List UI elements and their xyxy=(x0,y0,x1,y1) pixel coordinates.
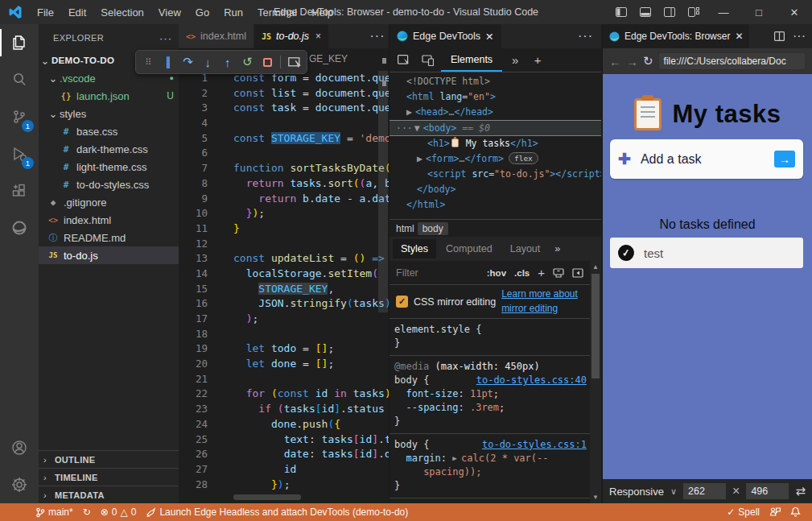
expand-arrow-icon[interactable]: ▼ xyxy=(414,121,423,136)
back-icon[interactable]: ← xyxy=(609,55,621,68)
run-debug-icon[interactable]: 1 xyxy=(0,135,39,172)
file-item-light-theme.css[interactable]: #light-theme.css xyxy=(39,158,179,176)
menu-selection[interactable]: Selection xyxy=(94,4,150,21)
scroll-up-icon[interactable]: ▲ xyxy=(590,263,601,271)
code-line[interactable]: 19 let todo = []; xyxy=(179,341,389,357)
split-editor-icon[interactable] xyxy=(774,31,785,41)
code-line[interactable]: 7function sortTasksByDate(t xyxy=(179,161,389,176)
search-icon[interactable] xyxy=(0,61,39,98)
code-line[interactable]: 15 STORAGE_KEY, xyxy=(179,282,389,297)
css-mirror-checkbox[interactable]: ✓ xyxy=(396,296,408,308)
source-control-icon[interactable]: 1 xyxy=(0,98,39,135)
viewport-width-input[interactable]: 262 xyxy=(683,483,726,499)
code-editor[interactable]: 1const form = document.que2const list = … xyxy=(179,71,389,492)
devtools-more-icon[interactable]: ··· xyxy=(578,29,601,43)
code-line[interactable]: 4 xyxy=(179,116,389,131)
url-bar[interactable]: file:///C:/Users/collabera/Doc xyxy=(658,52,806,70)
restart-icon[interactable]: ↺ xyxy=(238,52,257,72)
code-line[interactable]: 2const list = document.que xyxy=(179,86,389,101)
css-rule-block[interactable]: element.style {} xyxy=(390,319,590,356)
devtools-tab-close-icon[interactable]: ✕ xyxy=(485,31,493,43)
tab-index.html[interactable]: <>index.html xyxy=(179,24,254,48)
submit-task-button[interactable]: → xyxy=(774,151,795,167)
dom-node[interactable]: </body> xyxy=(390,182,601,197)
account-icon[interactable] xyxy=(0,429,39,466)
file-item-base.css[interactable]: #base.css xyxy=(39,122,179,140)
code-line[interactable]: 8 return tasks.sort((a, b xyxy=(179,176,389,192)
crumb-body[interactable]: body xyxy=(418,222,448,235)
toggle-hover-button[interactable]: :hov xyxy=(487,268,506,278)
dom-node[interactable]: ▶<form>…</form>flex xyxy=(390,151,601,167)
step-into-icon[interactable]: ↓ xyxy=(199,52,217,72)
code-line[interactable]: 18 xyxy=(179,327,389,342)
flex-badge[interactable]: flex xyxy=(509,152,538,164)
toggle-class-button[interactable]: .cls xyxy=(514,268,530,278)
launch-task-button[interactable]: Launch Edge Headless and attach DevTools… xyxy=(141,507,413,518)
css-source-link[interactable]: to-do-styles.css:1 xyxy=(482,438,590,452)
dom-node[interactable]: <h1> My tasks</h1> xyxy=(390,136,601,151)
breadcrumb[interactable]: GE_KEY xyxy=(309,53,348,64)
code-line[interactable]: 20 let done = []; xyxy=(179,357,389,372)
feedback-icon[interactable] xyxy=(765,507,785,517)
device-mode-select[interactable]: Responsive xyxy=(609,486,664,498)
code-line[interactable]: 12 xyxy=(179,237,389,252)
stop-icon[interactable] xyxy=(258,52,277,72)
collapse-arrow-icon[interactable]: ▶ xyxy=(406,105,415,120)
extensions-icon[interactable] xyxy=(0,172,39,209)
code-line[interactable]: 28 }); xyxy=(179,478,389,493)
more-panes-icon[interactable]: » xyxy=(554,243,560,254)
code-line[interactable]: 24 done.push({ xyxy=(179,417,389,432)
pane-tab-computed[interactable]: Computed xyxy=(438,239,501,258)
devtools-tab[interactable]: Edge DevTools ✕ xyxy=(390,24,501,48)
pane-tab-layout[interactable]: Layout xyxy=(502,239,549,258)
mirror-editing-link[interactable]: Learn more about mirror editing xyxy=(501,287,583,316)
new-style-rule-icon[interactable]: + xyxy=(538,266,545,279)
tab-elements[interactable]: Elements xyxy=(441,48,502,72)
dom-node[interactable]: <script src="to-do.js"></script> xyxy=(390,167,601,182)
css-source-link[interactable]: to-do-styles.css:40 xyxy=(476,374,590,387)
editor-actions-more-icon[interactable]: ··· xyxy=(366,24,389,48)
task-done-icon[interactable]: ✓ xyxy=(617,244,636,263)
code-line[interactable]: 6 xyxy=(179,146,389,161)
code-line[interactable]: 21 xyxy=(179,372,389,387)
file-item-.gitignore[interactable]: ◆.gitignore xyxy=(39,193,179,211)
add-task-input[interactable]: Add a task xyxy=(641,152,702,167)
forward-icon[interactable]: → xyxy=(626,55,638,68)
spell-checker-status[interactable]: ✓Spell xyxy=(722,507,765,518)
device-emulation-icon[interactable] xyxy=(417,51,438,70)
drag-handle-icon[interactable]: ⠿ xyxy=(139,52,158,72)
completed-task-row[interactable]: ✓ test xyxy=(610,238,803,268)
sidebar-section-metadata[interactable]: ›METADATA xyxy=(39,486,179,503)
sidebar-section-timeline[interactable]: ›TIMELINE xyxy=(39,468,179,486)
customize-layout-icon[interactable] xyxy=(682,0,706,24)
menu-run[interactable]: Run xyxy=(217,4,249,21)
dom-node[interactable]: <!DOCTYPE html> xyxy=(390,74,601,89)
browser-tab[interactable]: Edge DevTools: Browser ✕ xyxy=(603,24,749,48)
toggle-secondary-sidebar-icon[interactable] xyxy=(657,0,682,24)
color-format-icon[interactable] xyxy=(553,268,564,278)
css-rules-area[interactable]: element.style {}@media (max-width: 450px… xyxy=(390,319,590,503)
code-line[interactable]: 25 text: tasks[id].te xyxy=(179,432,389,448)
dom-tree[interactable]: <!DOCTYPE html><html lang="en">▶<head>…<… xyxy=(390,74,601,213)
screencast-icon[interactable] xyxy=(285,52,303,72)
code-line[interactable]: 17 ); xyxy=(179,312,389,327)
explorer-icon[interactable] xyxy=(0,24,39,61)
code-line[interactable]: 26 date: tasks[id].da xyxy=(179,447,389,462)
close-button[interactable]: ✕ xyxy=(777,0,812,24)
file-item-index.html[interactable]: <>index.html xyxy=(39,211,179,229)
file-item-to-do.js[interactable]: JSto-do.js xyxy=(39,246,179,264)
code-line[interactable]: 13const updateList = () => { xyxy=(179,251,389,267)
dom-node[interactable]: <html lang="en"> xyxy=(390,89,601,105)
inspect-icon[interactable] xyxy=(393,51,414,70)
edge-devtools-icon[interactable] xyxy=(0,209,39,246)
settings-gear-icon[interactable] xyxy=(0,466,39,503)
tab-to-do.js[interactable]: JSto-do.js× xyxy=(254,24,329,48)
file-item-launch.json[interactable]: {}launch.jsonU xyxy=(39,87,179,105)
viewport-height-input[interactable]: 496 xyxy=(746,483,789,499)
more-tabs-icon[interactable]: » xyxy=(505,53,525,67)
maximize-button[interactable]: □ xyxy=(741,0,777,24)
code-line[interactable]: 11} xyxy=(179,221,389,237)
sidebar-section-outline[interactable]: ›OUTLINE xyxy=(39,450,179,468)
editor-h-scrollbar[interactable] xyxy=(233,494,301,500)
menu-edit[interactable]: Edit xyxy=(62,4,93,21)
